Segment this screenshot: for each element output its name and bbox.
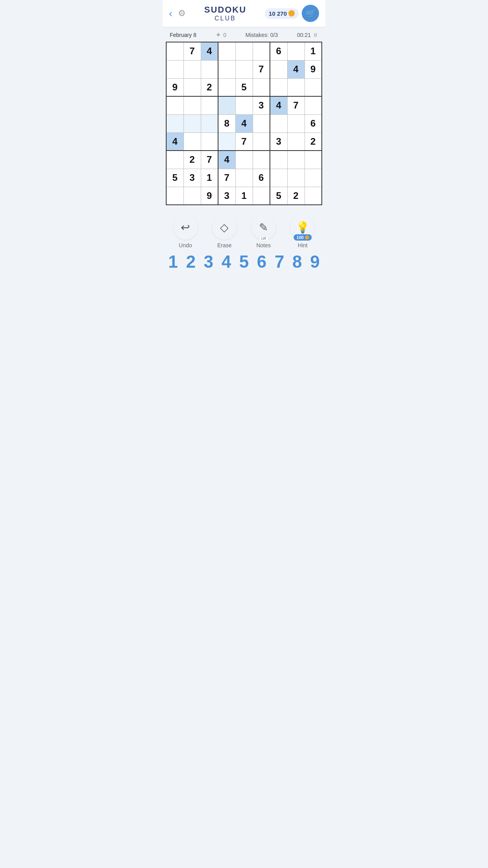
table-row[interactable]: 8 — [218, 114, 235, 132]
table-row[interactable] — [270, 114, 287, 132]
table-row[interactable]: 7 — [287, 96, 305, 114]
number-7-button[interactable]: 7 — [271, 253, 288, 270]
table-row[interactable] — [218, 78, 235, 96]
erase-button[interactable]: ◇ — [212, 215, 237, 240]
number-6-button[interactable]: 6 — [253, 253, 270, 270]
table-row[interactable] — [287, 114, 305, 132]
table-row[interactable]: 4 — [270, 96, 287, 114]
table-row[interactable]: 9 — [305, 60, 322, 78]
hint-button[interactable]: 💡 100 — [290, 215, 315, 240]
table-row[interactable]: 7 — [201, 151, 218, 169]
notes-action[interactable]: ✎ Off Notes — [251, 215, 276, 248]
cart-button[interactable]: 🛒 — [302, 5, 319, 22]
table-row[interactable]: 7 — [253, 60, 270, 78]
table-row[interactable]: 9 — [166, 78, 183, 96]
number-3-button[interactable]: 3 — [200, 253, 217, 270]
table-row[interactable] — [253, 187, 270, 205]
table-row[interactable] — [166, 151, 183, 169]
table-row[interactable]: 2 — [201, 78, 218, 96]
table-row[interactable]: 9 — [201, 187, 218, 205]
table-row[interactable]: 3 — [270, 132, 287, 151]
number-9-button[interactable]: 9 — [306, 253, 323, 270]
table-row[interactable]: 3 — [253, 96, 270, 114]
table-row[interactable]: 6 — [305, 114, 322, 132]
table-row[interactable] — [305, 187, 322, 205]
table-row[interactable] — [270, 78, 287, 96]
table-row[interactable]: 5 — [270, 187, 287, 205]
erase-action[interactable]: ◇ Erase — [212, 215, 237, 248]
table-row[interactable]: 2 — [287, 187, 305, 205]
table-row[interactable]: 1 — [201, 169, 218, 187]
table-row[interactable]: 1 — [305, 42, 322, 60]
table-row[interactable] — [183, 60, 201, 78]
table-row[interactable] — [287, 169, 305, 187]
table-row[interactable] — [287, 78, 305, 96]
table-row[interactable] — [235, 151, 253, 169]
notes-button[interactable]: ✎ Off — [251, 215, 276, 240]
number-5-button[interactable]: 5 — [236, 253, 252, 270]
table-row[interactable] — [270, 169, 287, 187]
table-row[interactable] — [287, 42, 305, 60]
table-row[interactable] — [253, 114, 270, 132]
table-row[interactable] — [270, 60, 287, 78]
table-row[interactable]: 5 — [166, 169, 183, 187]
table-row[interactable] — [305, 151, 322, 169]
undo-button[interactable]: ↩ — [173, 215, 198, 240]
number-1-button[interactable]: 1 — [165, 253, 182, 270]
table-row[interactable] — [166, 187, 183, 205]
table-row[interactable] — [253, 132, 270, 151]
table-row[interactable] — [166, 114, 183, 132]
table-row[interactable] — [235, 169, 253, 187]
table-row[interactable] — [287, 151, 305, 169]
table-row[interactable] — [183, 187, 201, 205]
number-8-button[interactable]: 8 — [289, 253, 305, 270]
table-row[interactable]: 4 — [166, 132, 183, 151]
table-row[interactable]: 7 — [235, 132, 253, 151]
number-2-button[interactable]: 2 — [183, 253, 199, 270]
table-row[interactable] — [166, 96, 183, 114]
table-row[interactable] — [253, 78, 270, 96]
undo-action[interactable]: ↩ Undo — [173, 215, 198, 248]
table-row[interactable] — [183, 78, 201, 96]
table-row[interactable]: 5 — [235, 78, 253, 96]
table-row[interactable] — [201, 96, 218, 114]
table-row[interactable] — [183, 96, 201, 114]
table-row[interactable] — [235, 42, 253, 60]
table-row[interactable] — [218, 132, 235, 151]
table-row[interactable] — [201, 60, 218, 78]
table-row[interactable]: 4 — [287, 60, 305, 78]
table-row[interactable] — [183, 132, 201, 151]
table-row[interactable] — [166, 60, 183, 78]
table-row[interactable]: 4 — [218, 151, 235, 169]
table-row[interactable]: 6 — [253, 169, 270, 187]
table-row[interactable] — [201, 114, 218, 132]
table-row[interactable] — [253, 42, 270, 60]
table-row[interactable] — [218, 42, 235, 60]
table-row[interactable] — [235, 60, 253, 78]
number-4-button[interactable]: 4 — [218, 253, 235, 270]
table-row[interactable] — [287, 132, 305, 151]
table-row[interactable]: 7 — [183, 42, 201, 60]
table-row[interactable]: 1 — [235, 187, 253, 205]
table-row[interactable]: 4 — [201, 42, 218, 60]
table-row[interactable]: 6 — [270, 42, 287, 60]
table-row[interactable] — [305, 169, 322, 187]
table-row[interactable]: 2 — [305, 132, 322, 151]
table-row[interactable] — [305, 78, 322, 96]
hint-action[interactable]: 💡 100 Hint — [290, 215, 315, 248]
pause-icon[interactable]: ⏸ — [313, 32, 318, 38]
settings-icon[interactable]: ⚙ — [178, 8, 186, 18]
table-row[interactable] — [305, 96, 322, 114]
table-row[interactable] — [218, 96, 235, 114]
table-row[interactable]: 2 — [183, 151, 201, 169]
table-row[interactable] — [166, 42, 183, 60]
back-button[interactable]: ‹ — [169, 8, 172, 18]
table-row[interactable] — [253, 151, 270, 169]
table-row[interactable] — [201, 132, 218, 151]
table-row[interactable] — [183, 114, 201, 132]
table-row[interactable]: 4 — [235, 114, 253, 132]
table-row[interactable]: 7 — [218, 169, 235, 187]
table-row[interactable] — [218, 60, 235, 78]
table-row[interactable]: 3 — [218, 187, 235, 205]
table-row[interactable] — [235, 96, 253, 114]
